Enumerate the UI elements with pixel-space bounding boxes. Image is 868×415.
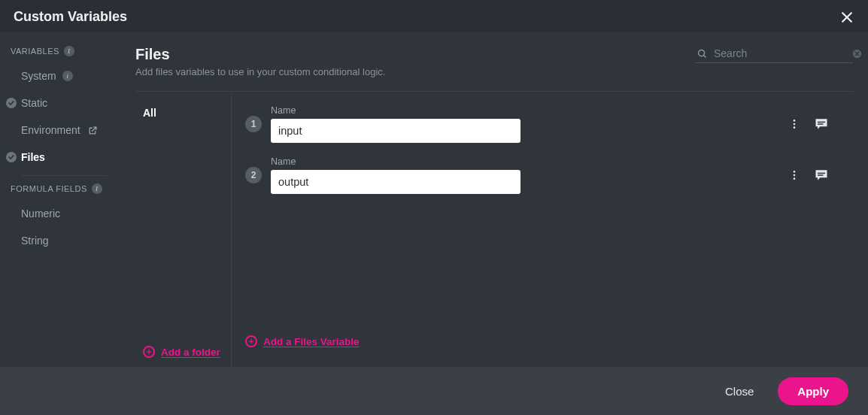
add-folder-button[interactable]: Add a folder — [143, 346, 222, 358]
row-actions — [788, 168, 847, 183]
dialog-header: Custom Variables — [0, 0, 868, 32]
svg-line-3 — [704, 55, 706, 57]
sidebar: VARIABLES i System i Static Environment — [0, 32, 120, 367]
name-input[interactable] — [271, 170, 520, 194]
svg-point-15 — [794, 174, 796, 177]
sidebar-item-label: Numeric — [21, 208, 60, 220]
add-variable-button[interactable]: Add a Files Variable — [245, 335, 847, 347]
sidebar-section-formula: FORMULA FIELDS i — [0, 183, 120, 200]
search-input[interactable] — [714, 47, 845, 59]
sidebar-item-label: String — [21, 235, 49, 247]
svg-point-11 — [794, 126, 796, 129]
sidebar-item-label: Environment — [21, 124, 80, 136]
variables-column: 1 Name — [232, 92, 853, 367]
clear-search-icon[interactable] — [851, 48, 863, 59]
name-field-label: Name — [271, 105, 520, 116]
variable-row: 1 Name — [245, 101, 847, 152]
search-box[interactable] — [695, 46, 853, 63]
name-field-label: Name — [271, 156, 520, 167]
info-icon: i — [62, 71, 73, 81]
folders-column: All Add a folder — [135, 92, 232, 367]
variables-footer: Add a Files Variable — [245, 328, 847, 358]
more-icon[interactable] — [788, 169, 800, 181]
plus-icon — [245, 335, 257, 347]
row-actions — [788, 117, 847, 132]
sidebar-item-string[interactable]: String — [0, 227, 120, 254]
main-header-left: Files Add files variables to use in your… — [135, 46, 385, 77]
main-header: Files Add files variables to use in your… — [135, 46, 853, 77]
check-icon — [6, 98, 17, 108]
sidebar-item-label: System — [21, 70, 56, 82]
dialog-body: VARIABLES i System i Static Environment — [0, 32, 868, 367]
row-number-badge: 1 — [245, 116, 262, 132]
svg-point-16 — [794, 177, 796, 180]
page-title: Files — [135, 46, 385, 63]
variable-row: 2 Name — [245, 152, 847, 203]
apply-button[interactable]: Apply — [778, 377, 848, 405]
sidebar-section-formula-label: FORMULA FIELDS — [11, 184, 87, 193]
sidebar-item-files[interactable]: Files — [0, 144, 120, 171]
sidebar-item-label: Static — [21, 97, 47, 109]
svg-rect-12 — [818, 122, 825, 123]
close-icon[interactable] — [839, 10, 854, 25]
more-icon[interactable] — [788, 118, 800, 130]
sidebar-item-label: Files — [21, 151, 45, 163]
external-link-icon — [88, 126, 98, 135]
check-icon — [6, 152, 17, 162]
comment-icon[interactable] — [814, 168, 829, 183]
close-button[interactable]: Close — [718, 379, 761, 404]
search-icon — [697, 48, 708, 59]
add-folder-label: Add a folder — [161, 347, 220, 358]
plus-icon — [143, 346, 155, 358]
folder-label: All — [143, 107, 156, 119]
sidebar-item-system[interactable]: System i — [0, 62, 120, 89]
svg-rect-17 — [818, 173, 825, 174]
row-number-badge: 2 — [245, 167, 262, 183]
svg-point-14 — [794, 171, 796, 173]
add-variable-label: Add a Files Variable — [263, 336, 360, 347]
sidebar-section-variables: VARIABLES i — [0, 46, 120, 62]
sidebar-item-static[interactable]: Static — [0, 89, 120, 117]
svg-point-2 — [699, 50, 705, 56]
svg-point-9 — [794, 120, 796, 122]
info-icon[interactable]: i — [92, 183, 102, 194]
svg-rect-13 — [818, 123, 824, 125]
dialog-footer: Close Apply — [0, 367, 868, 415]
sidebar-item-environment[interactable]: Environment — [0, 117, 120, 144]
custom-variables-dialog: Custom Variables VARIABLES i System i St… — [0, 0, 868, 415]
page-subtitle: Add files variables to use in your custo… — [135, 66, 385, 77]
sidebar-item-numeric[interactable]: Numeric — [0, 200, 120, 227]
sidebar-section-variables-label: VARIABLES — [11, 47, 59, 56]
sidebar-divider — [21, 175, 107, 176]
name-input[interactable] — [271, 119, 520, 143]
folder-all[interactable]: All — [143, 105, 222, 120]
svg-point-10 — [794, 123, 796, 126]
dialog-title: Custom Variables — [14, 9, 127, 25]
info-icon[interactable]: i — [64, 46, 74, 56]
comment-icon[interactable] — [814, 117, 829, 132]
svg-rect-18 — [818, 174, 824, 176]
content-area: All Add a folder 1 — [135, 92, 853, 367]
name-field: Name — [271, 156, 520, 194]
main-panel: Files Add files variables to use in your… — [120, 32, 868, 367]
name-field: Name — [271, 105, 520, 143]
